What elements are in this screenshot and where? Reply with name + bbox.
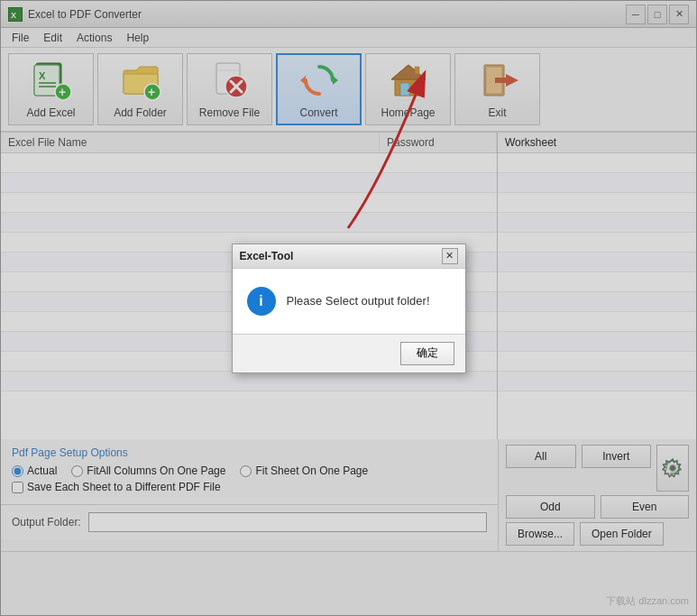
dialog-close-button[interactable]: ✕	[442, 248, 458, 264]
dialog-body: i Please Select output folder!	[233, 269, 465, 334]
excel-tool-dialog: Excel-Tool ✕ i Please Select output fold…	[232, 244, 466, 373]
app-window: X Excel to PDF Converter ─ □ ✕ File Edit…	[0, 0, 697, 616]
dialog-title-bar: Excel-Tool ✕	[233, 244, 465, 269]
dialog-footer: 确定	[233, 334, 465, 372]
dialog-message: Please Select output folder!	[287, 294, 430, 308]
dialog-ok-button[interactable]: 确定	[400, 342, 454, 365]
dialog-title: Excel-Tool	[240, 250, 294, 262]
dialog-overlay: Excel-Tool ✕ i Please Select output fold…	[1, 1, 696, 615]
dialog-info-icon: i	[247, 287, 276, 316]
